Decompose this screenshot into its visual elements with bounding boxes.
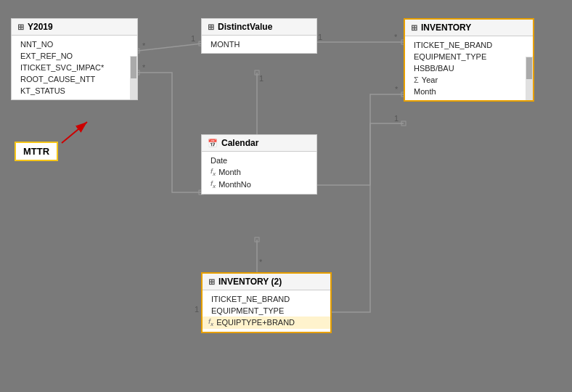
fx-icon-month: fx [211, 168, 216, 177]
field-month-inv: Month [405, 86, 533, 97]
table-icon-inventory2: ⊞ [208, 277, 215, 287]
field-month-distinct: MONTH [202, 38, 316, 50]
table-icon-inventory: ⊞ [411, 23, 417, 33]
svg-line-27 [62, 122, 87, 143]
table-inventory[interactable]: ⊞ INVENTORY ITICKET_NE_BRAND EQUIPMENT_T… [404, 18, 534, 102]
table-y2019-title: Y2019 [28, 22, 53, 32]
field-ext-ref-no: EXT_REF_NO [12, 50, 137, 62]
table-inventory-body: ITICKET_NE_BRAND EQUIPMENT_TYPE HSBB/BAU… [405, 36, 533, 100]
table-y2019-scrollthumb[interactable] [131, 57, 136, 78]
calendar-icon: 📅 [208, 139, 218, 148]
svg-text:*: * [142, 63, 146, 72]
field-date: Date [202, 155, 316, 166]
svg-text:*: * [259, 258, 263, 266]
table-distinctvalue-body: MONTH [202, 36, 316, 53]
svg-line-0 [138, 44, 201, 51]
svg-rect-10 [255, 70, 259, 75]
field-equiptype-brand: fx EQUIPTYPE+BRAND [203, 317, 330, 329]
field-iticket-ne-brand-inv: ITICKET_NE_BRAND [405, 39, 533, 51]
fx-icon-equiptype: fx [208, 318, 213, 327]
field-equipment-type-inv2: EQUIPMENT_TYPE [203, 305, 330, 317]
table-inventory-title: INVENTORY [421, 23, 471, 33]
field-iticket-ne-brand-inv2: ITICKET_NE_BRAND [203, 293, 330, 305]
table-calendar-header: 📅 Calendar [202, 135, 316, 152]
sigma-icon-year: Σ [414, 75, 419, 84]
mttr-label: MTTR [15, 142, 58, 161]
table-inventory-scrollbar[interactable] [526, 57, 533, 100]
table-inventory2-title: INVENTORY (2) [218, 277, 282, 287]
svg-text:1: 1 [191, 34, 195, 43]
table-icon-y2019: ⊞ [17, 23, 24, 32]
table-y2019-header: ⊞ Y2019 [12, 19, 137, 36]
svg-text:1: 1 [259, 74, 263, 83]
table-inventory-header: ⊞ INVENTORY [405, 20, 533, 36]
svg-text:*: * [395, 85, 399, 94]
field-hsbb-bau: HSBB/BAU [405, 62, 533, 74]
field-month-cal: fx Month [202, 166, 316, 179]
table-inventory-scrollthumb[interactable] [526, 57, 532, 79]
svg-text:1: 1 [318, 33, 322, 41]
svg-text:1: 1 [394, 114, 399, 123]
field-year-inv: Σ Year [405, 74, 533, 86]
field-iticket-svc: ITICKET_SVC_IMPAC* [12, 62, 137, 73]
table-calendar-body: Date fx Month fx MonthNo [202, 152, 316, 194]
svg-rect-25 [401, 121, 406, 126]
fx-icon-monthno: fx [211, 180, 216, 189]
table-inventory2-body: ITICKET_NE_BRAND EQUIPMENT_TYPE fx EQUIP… [203, 290, 330, 332]
table-y2019[interactable]: ⊞ Y2019 NNT_NO EXT_REF_NO ITICKET_SVC_IM… [11, 18, 138, 100]
table-y2019-body: NNT_NO EXT_REF_NO ITICKET_SVC_IMPAC* ROO… [12, 36, 137, 99]
field-nnt-no: NNT_NO [12, 38, 137, 50]
table-calendar[interactable]: 📅 Calendar Date fx Month fx MonthNo [201, 134, 317, 195]
field-monthno: fx MonthNo [202, 179, 316, 191]
svg-rect-21 [255, 237, 259, 242]
table-calendar-title: Calendar [221, 138, 258, 148]
table-inventory2-header: ⊞ INVENTORY (2) [203, 274, 330, 290]
table-inventory2[interactable]: ⊞ INVENTORY (2) ITICKET_NE_BRAND EQUIPME… [201, 272, 332, 333]
table-distinctvalue-title: DistinctValue [218, 22, 272, 32]
table-distinctvalue-header: ⊞ DistinctValue [202, 19, 316, 36]
svg-text:1: 1 [195, 305, 199, 314]
mttr-text: MTTR [23, 146, 49, 157]
svg-text:*: * [142, 41, 146, 50]
field-kt-status: KT_STATUS [12, 85, 137, 97]
field-root-cause: ROOT_CAUSE_NTT [12, 73, 137, 85]
svg-text:*: * [394, 33, 398, 41]
field-equipment-type-inv: EQUIPMENT_TYPE [405, 51, 533, 62]
table-y2019-scrollbar[interactable] [130, 56, 137, 99]
table-icon-distinctvalue: ⊞ [208, 23, 214, 32]
table-distinct-value[interactable]: ⊞ DistinctValue MONTH [201, 18, 317, 54]
